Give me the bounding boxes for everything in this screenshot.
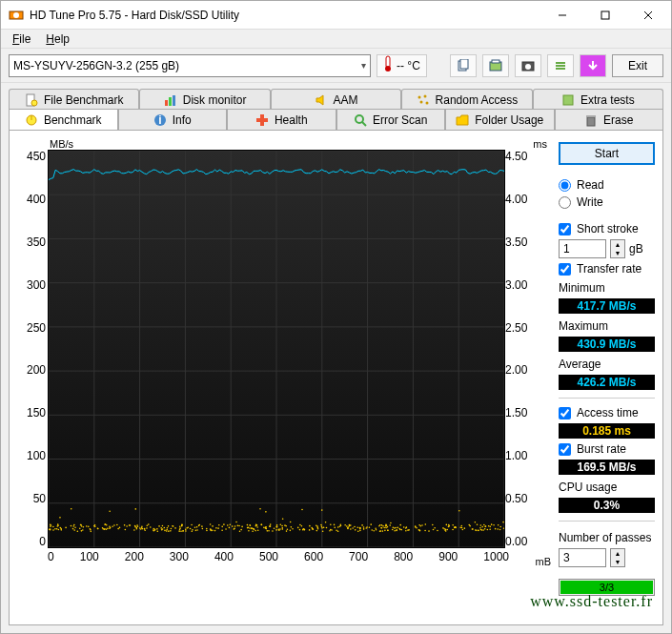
check-burst-rate[interactable]: Burst rate xyxy=(559,442,655,456)
svg-point-228 xyxy=(334,527,336,529)
svg-point-400 xyxy=(281,527,283,529)
tab-file-benchmark[interactable]: File Benchmark xyxy=(9,89,139,110)
folder-icon xyxy=(456,113,469,127)
passes-spinner[interactable]: ▲▼ xyxy=(610,548,625,567)
tab-random-access[interactable]: Random Access xyxy=(401,89,532,110)
tab-benchmark[interactable]: Benchmark xyxy=(9,109,118,130)
svg-point-330 xyxy=(237,525,239,527)
svg-point-33 xyxy=(356,115,363,123)
svg-point-422 xyxy=(247,527,249,529)
copy-screenshot-button[interactable] xyxy=(482,54,509,77)
svg-point-417 xyxy=(321,527,323,529)
svg-point-25 xyxy=(425,101,428,104)
svg-point-415 xyxy=(104,528,106,530)
svg-point-246 xyxy=(162,525,164,527)
svg-rect-35 xyxy=(587,117,595,126)
svg-point-308 xyxy=(408,529,410,531)
radio-read[interactable]: Read xyxy=(559,178,655,192)
svg-point-304 xyxy=(255,524,257,526)
maximize-button[interactable] xyxy=(583,2,626,29)
svg-point-18 xyxy=(31,100,37,106)
label-maximum: Maximum xyxy=(559,319,655,333)
svg-point-71 xyxy=(383,527,385,529)
start-button[interactable]: Start xyxy=(559,142,655,165)
svg-point-356 xyxy=(363,526,365,528)
svg-point-84 xyxy=(286,530,288,532)
svg-point-397 xyxy=(292,528,294,530)
svg-point-401 xyxy=(390,522,392,524)
svg-point-318 xyxy=(187,526,189,528)
svg-point-430 xyxy=(479,527,481,529)
short-stroke-input[interactable] xyxy=(559,239,606,258)
svg-point-301 xyxy=(261,524,263,526)
svg-point-442 xyxy=(161,529,163,531)
svg-point-132 xyxy=(164,527,166,529)
svg-point-399 xyxy=(255,530,256,532)
minimize-button[interactable] xyxy=(540,2,583,29)
svg-point-199 xyxy=(160,527,162,529)
svg-point-61 xyxy=(58,529,60,531)
svg-point-170 xyxy=(217,527,219,529)
svg-point-177 xyxy=(326,527,328,529)
menu-file[interactable]: File xyxy=(5,31,38,48)
svg-point-357 xyxy=(350,528,352,530)
svg-point-404 xyxy=(365,527,367,529)
svg-point-321 xyxy=(399,529,401,531)
menu-help[interactable]: Help xyxy=(38,31,77,48)
svg-point-241 xyxy=(487,529,489,531)
save-screenshot-button[interactable] xyxy=(515,54,541,77)
tab-info[interactable]: iInfo xyxy=(118,109,228,130)
passes-row: ▲▼ xyxy=(559,548,655,567)
svg-point-366 xyxy=(90,528,92,530)
svg-point-102 xyxy=(144,529,146,531)
exit-button[interactable]: Exit xyxy=(612,54,663,77)
svg-point-333 xyxy=(387,530,389,532)
svg-point-438 xyxy=(321,525,323,527)
value-average: 426.2 MB/s xyxy=(559,375,655,390)
svg-point-194 xyxy=(113,524,115,526)
options-button[interactable] xyxy=(547,54,574,77)
check-short-stroke[interactable]: Short stroke xyxy=(559,222,655,235)
svg-point-169 xyxy=(279,528,281,530)
svg-point-182 xyxy=(446,529,448,531)
svg-point-350 xyxy=(146,527,148,529)
tab-error-scan[interactable]: Error Scan xyxy=(336,109,446,130)
svg-point-64 xyxy=(124,524,126,526)
check-access-time[interactable]: Access time xyxy=(559,406,655,419)
tab-folder-usage[interactable]: Folder Usage xyxy=(445,109,555,130)
svg-point-262 xyxy=(375,528,377,530)
copy-info-button[interactable] xyxy=(450,54,477,77)
svg-point-93 xyxy=(215,527,217,529)
tab-health[interactable]: Health xyxy=(227,109,336,130)
short-stroke-value-row: ▲▼ gB xyxy=(559,239,655,258)
svg-point-421 xyxy=(502,522,504,523)
close-button[interactable] xyxy=(626,2,669,29)
check-transfer-rate[interactable]: Transfer rate xyxy=(559,262,655,276)
tab-aam[interactable]: AAM xyxy=(271,89,401,110)
tab-erase[interactable]: Erase xyxy=(555,109,664,130)
tab-disk-monitor[interactable]: Disk monitor xyxy=(139,89,270,110)
svg-point-302 xyxy=(140,528,142,530)
svg-rect-26 xyxy=(563,95,573,105)
svg-line-34 xyxy=(362,122,366,126)
svg-point-288 xyxy=(254,528,255,530)
svg-point-137 xyxy=(256,526,258,528)
svg-point-326 xyxy=(249,524,251,526)
svg-point-72 xyxy=(134,525,136,527)
radio-write[interactable]: Write xyxy=(559,195,655,209)
tab-extra-tests[interactable]: Extra tests xyxy=(533,89,663,110)
label-average: Average xyxy=(559,358,655,371)
label-minimum: Minimum xyxy=(559,281,655,295)
svg-point-224 xyxy=(265,511,267,513)
svg-point-90 xyxy=(337,526,339,528)
svg-point-242 xyxy=(235,522,237,523)
passes-input[interactable] xyxy=(559,548,606,567)
svg-point-403 xyxy=(458,510,460,512)
svg-point-80 xyxy=(185,530,187,532)
svg-point-236 xyxy=(355,529,356,531)
svg-point-402 xyxy=(60,528,62,530)
short-stroke-spinner[interactable]: ▲▼ xyxy=(610,239,625,258)
drive-select[interactable]: MS-YSUYV-256GN-3.2 (255 gB) ▾ xyxy=(9,54,371,77)
svg-point-78 xyxy=(282,518,284,520)
save-button[interactable] xyxy=(580,54,606,77)
